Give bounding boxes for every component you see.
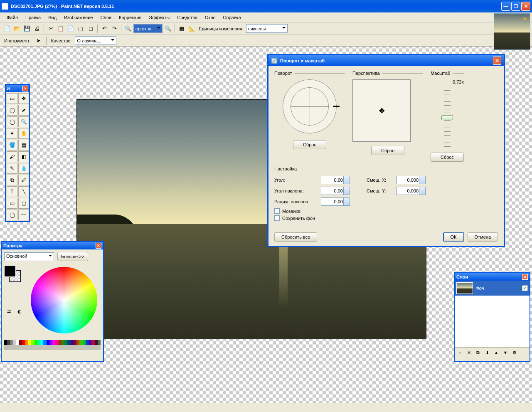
merge-layer-button[interactable]: ⬇ bbox=[483, 348, 491, 357]
redo-button[interactable]: ↷ bbox=[110, 24, 119, 33]
palette-cell[interactable] bbox=[79, 345, 82, 350]
reset-colors-button[interactable]: ◐ bbox=[15, 307, 24, 316]
layer-visible-checkbox[interactable]: ✔ bbox=[522, 285, 528, 291]
palette-cell[interactable] bbox=[79, 340, 82, 345]
tool-recolor[interactable]: 🖊 bbox=[18, 175, 29, 185]
layer-props-button[interactable]: ⚙ bbox=[510, 348, 519, 357]
menu-view[interactable]: Вид bbox=[45, 14, 60, 21]
palette-cell[interactable] bbox=[4, 340, 7, 345]
palette-cell[interactable] bbox=[95, 345, 98, 350]
palette-cell[interactable] bbox=[25, 340, 28, 345]
tool-pan[interactable]: ✋ bbox=[18, 128, 29, 139]
rotation-control[interactable] bbox=[283, 79, 337, 133]
tools-window-header[interactable]: И... ✕ bbox=[6, 85, 29, 92]
scale-thumb[interactable] bbox=[441, 115, 453, 120]
tool-move-selection[interactable]: ⬈ bbox=[18, 105, 29, 116]
maximize-button[interactable]: ❐ bbox=[511, 2, 520, 11]
palette-cell[interactable] bbox=[83, 345, 86, 350]
palette-cell[interactable] bbox=[76, 345, 79, 350]
save-button[interactable]: 💾 bbox=[22, 24, 32, 33]
palette-cell[interactable] bbox=[86, 345, 89, 350]
palette-cell[interactable] bbox=[22, 340, 25, 345]
layer-row[interactable]: Фон ✔ bbox=[455, 281, 530, 296]
open-button[interactable]: 📂 bbox=[12, 24, 22, 33]
palette-cell[interactable] bbox=[76, 340, 79, 345]
palette-cell[interactable] bbox=[16, 345, 19, 350]
palette-cell[interactable] bbox=[7, 340, 10, 345]
tool-rect[interactable]: ▭ bbox=[7, 198, 17, 209]
current-tool-button[interactable]: ➤ bbox=[34, 36, 43, 45]
minimize-button[interactable]: — bbox=[501, 2, 510, 11]
menu-layers[interactable]: Слои bbox=[97, 14, 115, 21]
palette-cell[interactable] bbox=[83, 340, 86, 345]
tool-gradient[interactable]: ▤ bbox=[18, 140, 29, 150]
colors-window-header[interactable]: Палитра ✕ bbox=[2, 242, 103, 249]
tool-fill[interactable]: 🪣 bbox=[7, 140, 17, 150]
tool-freeform[interactable]: 〰 bbox=[18, 210, 29, 220]
cancel-button[interactable]: Отмена bbox=[468, 232, 498, 242]
tool-brush[interactable]: 🖌 bbox=[7, 151, 17, 162]
add-layer-button[interactable]: ＋ bbox=[456, 348, 464, 357]
primary-color[interactable] bbox=[4, 265, 16, 277]
dialog-header[interactable]: 🔄 Поворот и масштаб ✕ bbox=[268, 55, 504, 66]
duplicate-layer-button[interactable]: ⧉ bbox=[474, 348, 482, 357]
palette-cell[interactable] bbox=[89, 340, 91, 345]
ruler-button[interactable]: 📐 bbox=[187, 24, 196, 33]
ok-button[interactable]: ОК bbox=[443, 232, 464, 242]
palette-cell[interactable] bbox=[62, 340, 64, 345]
tool-ellipse[interactable]: ◯ bbox=[7, 210, 17, 220]
color-swatches[interactable] bbox=[4, 265, 22, 282]
menu-effects[interactable]: Эффекты bbox=[145, 14, 173, 21]
tool-picker[interactable]: 💧 bbox=[18, 163, 29, 174]
tool-rounded-rect[interactable]: ▢ bbox=[18, 198, 29, 209]
palette-strip-2[interactable] bbox=[4, 345, 101, 350]
palette-cell[interactable] bbox=[28, 340, 31, 345]
palette-cell[interactable] bbox=[74, 345, 76, 350]
menu-window[interactable]: Окно bbox=[202, 14, 219, 21]
palette-cell[interactable] bbox=[62, 345, 64, 350]
palette-cell[interactable] bbox=[71, 345, 74, 350]
units-combo[interactable]: пикселы bbox=[246, 24, 288, 33]
palette-cell[interactable] bbox=[95, 340, 98, 345]
dialog-close-button[interactable]: ✕ bbox=[493, 57, 501, 65]
quality-combo[interactable]: Сглажива... bbox=[75, 36, 116, 45]
palette-cell[interactable] bbox=[47, 340, 49, 345]
palette-cell[interactable] bbox=[31, 340, 34, 345]
tool-ellipse-select[interactable]: ◯ bbox=[7, 116, 17, 127]
tool-text[interactable]: T bbox=[7, 186, 17, 197]
palette-cell[interactable] bbox=[25, 345, 28, 350]
palette-cell[interactable] bbox=[91, 340, 94, 345]
menu-help[interactable]: Справка bbox=[220, 14, 244, 21]
palette-cell[interactable] bbox=[31, 345, 34, 350]
mosaic-checkbox[interactable] bbox=[274, 208, 280, 214]
tool-line[interactable]: ╲ bbox=[18, 186, 29, 197]
palette-cell[interactable] bbox=[7, 345, 10, 350]
colors-close-button[interactable]: ✕ bbox=[96, 243, 101, 249]
tool-lasso[interactable]: ◯ bbox=[7, 105, 17, 116]
swap-colors-button[interactable]: ⇄ bbox=[4, 307, 13, 316]
color-mode-combo[interactable]: Основной bbox=[4, 252, 54, 261]
palette-cell[interactable] bbox=[86, 340, 89, 345]
palette-cell[interactable] bbox=[4, 345, 7, 350]
palette-cell[interactable] bbox=[37, 345, 40, 350]
palette-cell[interactable] bbox=[22, 345, 25, 350]
tool-rect-select[interactable]: ▭ bbox=[7, 93, 17, 104]
scale-slider[interactable] bbox=[444, 87, 451, 149]
deselect-button[interactable]: ◻ bbox=[86, 24, 95, 33]
palette-cell[interactable] bbox=[64, 345, 67, 350]
tool-zoom[interactable]: 🔍 bbox=[18, 116, 29, 127]
print-button[interactable]: 🖨 bbox=[32, 24, 42, 33]
palette-cell[interactable] bbox=[49, 340, 52, 345]
more-button[interactable]: Больше >> bbox=[57, 252, 88, 261]
palette-cell[interactable] bbox=[59, 340, 62, 345]
angle-input[interactable]: 0,00 bbox=[321, 176, 350, 184]
layer-down-button[interactable]: ▼ bbox=[501, 348, 510, 357]
palette-cell[interactable] bbox=[55, 345, 58, 350]
document-thumbnail[interactable]: ✦ bbox=[494, 13, 530, 50]
delete-layer-button[interactable]: ✕ bbox=[465, 348, 473, 357]
menu-edit[interactable]: Правка bbox=[22, 14, 44, 21]
palette-cell[interactable] bbox=[47, 345, 49, 350]
tool-clone[interactable]: ⧉ bbox=[7, 175, 17, 185]
tools-close-button[interactable]: ✕ bbox=[22, 86, 28, 91]
palette-cell[interactable] bbox=[98, 340, 101, 345]
